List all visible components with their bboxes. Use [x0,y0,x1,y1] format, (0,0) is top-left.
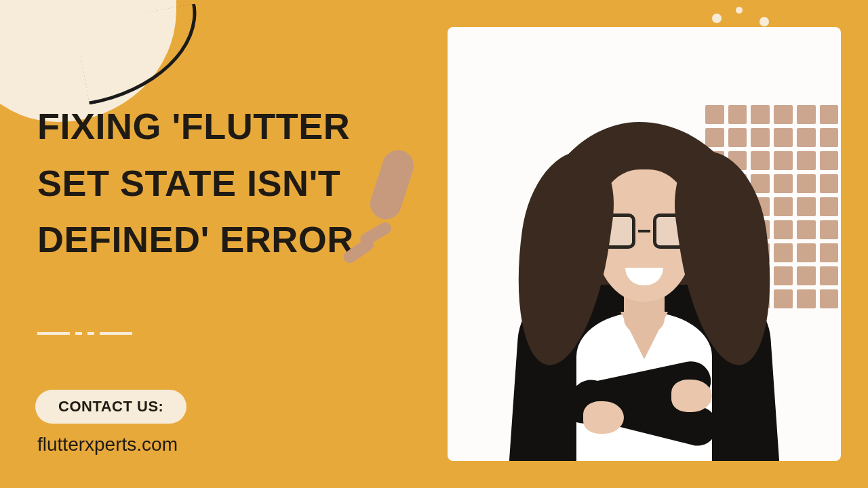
website-url: flutterxperts.com [37,434,178,455]
promo-banner: FIXING 'FLUTTER SET STATE ISN'T DEFINED'… [0,0,868,488]
contact-us-pill: CONTACT US: [35,390,186,424]
photo-card [448,27,841,461]
dashed-accent [37,332,132,335]
cta-label: CONTACT US: [58,398,163,415]
person-illustration [495,81,793,461]
